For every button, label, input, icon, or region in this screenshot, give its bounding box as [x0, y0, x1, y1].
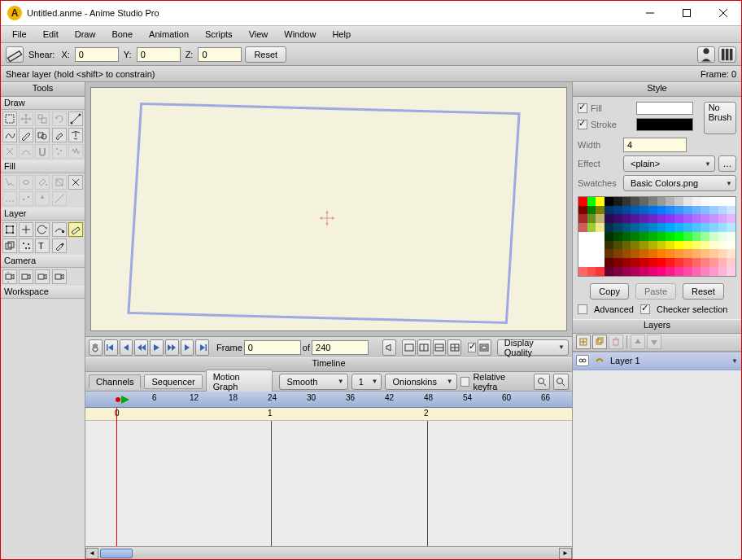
play-button[interactable]: [150, 339, 164, 356]
move-layer-up-button[interactable]: [631, 335, 645, 349]
palette-swatch[interactable]: [718, 267, 727, 276]
palette-swatch[interactable]: [596, 197, 605, 206]
shapes-tool[interactable]: [35, 128, 50, 142]
translate-points-tool[interactable]: [19, 112, 33, 126]
palette-swatch[interactable]: [709, 214, 718, 223]
step-back-button[interactable]: [120, 339, 133, 356]
palette-swatch[interactable]: [631, 241, 639, 250]
checker-checkbox[interactable]: [640, 304, 650, 314]
palette-swatch[interactable]: [631, 214, 639, 223]
view-single-button[interactable]: [402, 339, 416, 356]
display-quality-dropdown[interactable]: Display Quality: [497, 339, 569, 356]
step-dropdown[interactable]: 1: [351, 374, 382, 390]
current-frame-field[interactable]: [244, 340, 301, 355]
palette-swatch[interactable]: [639, 267, 648, 276]
palette-swatch[interactable]: [622, 214, 631, 223]
paste-style-button[interactable]: Paste: [635, 283, 676, 300]
palette-swatch[interactable]: [605, 267, 613, 276]
palette-swatch[interactable]: [709, 267, 718, 276]
select-shape-tool[interactable]: [2, 175, 17, 190]
timeline-scrollbar[interactable]: ◄ ►: [85, 546, 572, 559]
particle-layer-tool[interactable]: [19, 238, 33, 253]
total-frames-field[interactable]: [312, 340, 369, 355]
palette-swatch[interactable]: [727, 232, 735, 241]
scatter-tool[interactable]: [52, 144, 67, 159]
palette-swatch[interactable]: [666, 249, 674, 258]
palette-swatch[interactable]: [622, 206, 631, 215]
shear-layer-tool[interactable]: [68, 222, 83, 237]
stroke-swatch[interactable]: [636, 118, 693, 131]
menu-scripts[interactable]: Scripts: [197, 28, 241, 41]
menu-view[interactable]: View: [241, 28, 277, 41]
palette-swatch[interactable]: [674, 267, 683, 276]
color-palette[interactable]: [578, 196, 736, 277]
delete-edge-tool[interactable]: [2, 144, 17, 159]
character-wizard-icon[interactable]: [697, 46, 715, 63]
palette-swatch[interactable]: [727, 249, 735, 258]
palette-swatch[interactable]: [666, 223, 674, 232]
x-field[interactable]: [75, 47, 119, 62]
palette-swatch[interactable]: [613, 197, 622, 206]
palette-swatch[interactable]: [727, 267, 735, 276]
curvature-tool[interactable]: [19, 144, 33, 159]
palette-swatch[interactable]: [648, 214, 657, 223]
freehand-tool[interactable]: [2, 128, 17, 142]
line-width-tool[interactable]: [68, 175, 83, 190]
menu-help[interactable]: Help: [324, 28, 359, 41]
palette-swatch[interactable]: [587, 232, 596, 241]
palette-swatch[interactable]: [692, 258, 701, 267]
palette-swatch[interactable]: [701, 232, 709, 241]
palette-swatch[interactable]: [578, 223, 587, 232]
palette-swatch[interactable]: [701, 258, 709, 267]
rotate-xy-tool[interactable]: [35, 222, 50, 237]
menu-file[interactable]: File: [4, 28, 35, 41]
palette-swatch[interactable]: [578, 249, 587, 258]
palette-swatch[interactable]: [648, 258, 657, 267]
timeline-ruler[interactable]: 6 12 18 24 30 36 42 48 54 60 66: [85, 392, 572, 408]
palette-swatch[interactable]: [718, 249, 727, 258]
create-shape-tool[interactable]: [19, 175, 33, 190]
delete-shape-tool[interactable]: [52, 175, 67, 190]
zoom-timeline-button[interactable]: [534, 374, 549, 390]
follow-path-tool[interactable]: [52, 222, 67, 237]
onionskins-dropdown[interactable]: Onionskins: [385, 374, 456, 390]
palette-swatch[interactable]: [657, 197, 666, 206]
palette-swatch[interactable]: [613, 232, 622, 241]
palette-swatch[interactable]: [578, 197, 587, 206]
palette-swatch[interactable]: [596, 206, 605, 215]
palette-swatch[interactable]: [701, 223, 709, 232]
palette-swatch[interactable]: [718, 232, 727, 241]
palette-swatch[interactable]: [605, 241, 613, 250]
palette-swatch[interactable]: [622, 232, 631, 241]
palette-swatch[interactable]: [613, 249, 622, 258]
palette-swatch[interactable]: [683, 206, 692, 215]
noise-tool[interactable]: [68, 144, 83, 159]
timeline-body[interactable]: 0 1 2 3: [85, 408, 572, 546]
palette-swatch[interactable]: [587, 197, 596, 206]
palette-swatch[interactable]: [622, 258, 631, 267]
current-frame-line[interactable]: [116, 408, 117, 546]
palette-swatch[interactable]: [631, 267, 639, 276]
palette-swatch[interactable]: [596, 258, 605, 267]
layer-visibility-icon[interactable]: [576, 355, 589, 366]
palette-swatch[interactable]: [674, 241, 683, 250]
palette-swatch[interactable]: [683, 267, 692, 276]
palette-swatch[interactable]: [596, 232, 605, 241]
palette-swatch[interactable]: [622, 197, 631, 206]
tab-motiongraph[interactable]: Motion Graph: [206, 370, 273, 394]
palette-swatch[interactable]: [718, 206, 727, 215]
palette-swatch[interactable]: [709, 249, 718, 258]
view-splitv-button[interactable]: [417, 339, 431, 356]
palette-swatch[interactable]: [648, 197, 657, 206]
palette-swatch[interactable]: [639, 197, 648, 206]
copy-style-button[interactable]: Copy: [590, 283, 629, 300]
palette-swatch[interactable]: [683, 249, 692, 258]
palette-swatch[interactable]: [578, 267, 587, 276]
palette-swatch[interactable]: [596, 241, 605, 250]
pantilt-camera-tool[interactable]: [52, 269, 67, 284]
menu-bone[interactable]: Bone: [103, 28, 141, 41]
palette-swatch[interactable]: [709, 232, 718, 241]
scroll-thumb[interactable]: [100, 549, 133, 558]
palette-swatch[interactable]: [692, 223, 701, 232]
palette-swatch[interactable]: [683, 197, 692, 206]
